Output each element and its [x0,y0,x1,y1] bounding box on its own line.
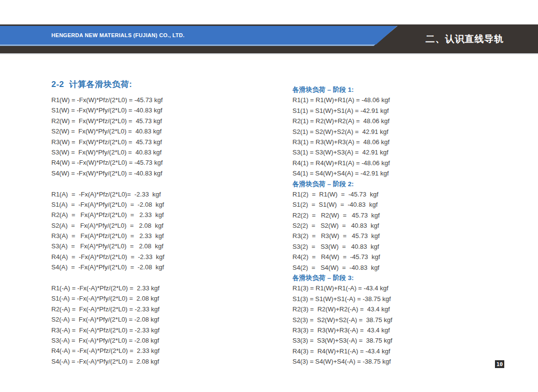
formula-line: S2(W) = Fx(W)*Pfy/(2*L0) = 40.83 kgf [51,126,164,136]
formula-line: R4(W) = -Fx(W)*Pfz/(2*L0) = -45.73 kgf [51,157,164,168]
stage-1-heading: 各滑块负荷 – 阶段 1: [292,85,392,95]
company-name: HENGERDA NEW MATERIALS (FUJIAN) CO., LTD… [51,32,184,38]
page-number-badge: 10 [495,360,504,368]
formula-line: R2(3) = R2(W)+R2(-A) = 43.4 kgf [292,304,392,314]
formula-line: S2(-A) = Fx(-A)*Pfy/(2*L0) = -2.08 kgf [51,314,164,325]
formula-line: S1(W) = -Fx(W)*Pfy/(2*L0) = -40.83 kgf [51,105,164,115]
formula-line: R4(-A) = -Fx(-A)*Pfz/(2*L0) = 2.33 kgf [51,346,164,356]
formula-block-w: R1(W) = -Fx(W)*Pfz/(2*L0) = -45.73 kgfS1… [51,95,164,178]
formula-line: S2(A) = Fx(A)*Pfy/(2*L0) = 2.08 kgf [51,220,164,231]
formula-line: S4(A) = -Fx(A)*Pfy/(2*L0) = -2.08 kgf [51,262,164,272]
formula-line: S3(A) = Fx(A)*Pfy/(2*L0) = 2.08 kgf [51,241,164,251]
formula-line: R3(1) = R3(W)+R3(A) = 48.06 kgf [292,137,392,147]
stage-3-lines: R1(3) = R1(W)+R1(-A) = -43.4 kgfS1(3) = … [292,283,392,367]
formula-line: R4(A) = -Fx(A)*Pfz/(2*L0) = -2.33 kgf [51,252,164,262]
formula-line: S2(2) = S2(W) = 40.83 kgf [292,220,392,231]
formula-line: S3(1) = S3(W)+S3(A) = 42.91 kgf [292,147,392,157]
page-title: 2-2 计算各滑块负荷: [51,79,132,90]
formula-line: R3(W) = Fx(W)*Pfz/(2*L0) = 45.73 kgf [51,137,164,147]
formula-line: S2(1) = S2(W)+S2(A) = 42.91 kgf [292,127,392,137]
formula-line: R4(2) = R4(W) = -45.73 kgf [292,252,392,262]
formula-line: R2(1) = R2(W)+R2(A) = 48.06 kgf [292,116,392,126]
stage-group-2: 各滑块负荷 – 阶段 2: R1(2) = R1(W) = -45.73 kgf… [292,179,392,273]
stage-2-lines: R1(2) = R1(W) = -45.73 kgfS1(2) = S1(W) … [292,189,392,273]
formula-line: R2(A) = Fx(A)*Pfz/(2*L0) = 2.33 kgf [51,210,164,220]
formula-block-a: R1(A) = -Fx(A)*Pfz/(2*L0)= -2.33 kgfS1(A… [51,189,164,273]
stage-3-heading: 各滑块负荷 – 阶段 3: [292,273,392,283]
formula-line: R1(W) = -Fx(W)*Pfz/(2*L0) = -45.73 kgf [51,95,164,105]
formula-line: R2(-A) = Fx(-A)*Pfz/(2*L0) = -2.33 kgf [51,304,164,314]
formula-line: R2(2) = R2(W) = 45.73 kgf [292,210,392,220]
formula-line: R1(-A) = -Fx(-A)*Pfz/(2*L0) = 2.33 kgf [51,283,164,293]
formula-line: R3(3) = R3(W)+R3(-A) = 43.4 kgf [292,325,392,335]
formula-block-neg-a: R1(-A) = -Fx(-A)*Pfz/(2*L0) = 2.33 kgfS1… [51,283,164,367]
formula-line: S4(2) = S4(W) = -40.83 kgf [292,262,392,273]
formula-line: S4(1) = S4(W)+S4(A) = -42.91 kgf [292,168,392,178]
stage-group-3: 各滑块负荷 – 阶段 3: R1(3) = R1(W)+R1(-A) = -43… [292,273,392,367]
header-banner: HENGERDA NEW MATERIALS (FUJIAN) CO., LTD… [0,26,401,44]
right-column: 各滑块负荷 – 阶段 1: R1(1) = R1(W)+R1(A) = -48.… [292,85,392,367]
formula-line: R1(1) = R1(W)+R1(A) = -48.06 kgf [292,95,392,105]
formula-line: R3(A) = Fx(A)*Pfz/(2*L0) = 2.33 kgf [51,231,164,241]
stage-1-lines: R1(1) = R1(W)+R1(A) = -48.06 kgfS1(1) = … [292,95,392,178]
formula-line: R4(3) = R4(W)+R1(-A) = -43.4 kgf [292,346,392,356]
formula-line: S4(3) = S4(W)+S4(-A) = -38.75 kgf [292,356,392,367]
formula-line: S1(-A) = -Fx(-A)*Pfy/(2*L0) = 2.08 kgf [51,293,164,304]
formula-line: S1(1) = S1(W)+S1(A) = -42.91 kgf [292,106,392,116]
formula-line: S2(3) = S2(W)+S2(-A) = 38.75 kgf [292,315,392,325]
formula-line: S4(-A) = -Fx(-A)*Pfy/(2*L0) = 2.08 kgf [51,356,164,367]
formula-line: S3(W) = Fx(W)*Pfy/(2*L0) = 40.83 kgf [51,147,164,157]
formula-line: R2(W) = Fx(W)*Pfz/(2*L0) = 45.73 kgf [51,116,164,126]
stage-group-1: 各滑块负荷 – 阶段 1: R1(1) = R1(W)+R1(A) = -48.… [292,85,392,179]
formula-line: S1(3) = S1(W)+S1(-A) = -38.75 kgf [292,294,392,304]
left-column: R1(W) = -Fx(W)*Pfz/(2*L0) = -45.73 kgfS1… [51,95,164,367]
section-title: 二、认识直线导轨 [413,24,516,53]
formula-line: S3(-A) = Fx(-A)*Pfy/(2*L0) = -2.08 kgf [51,335,164,346]
formula-line: R3(2) = R3(W) = 45.73 kgf [292,231,392,241]
formula-line: S1(A) = -Fx(A)*Pfy/(2*L0) = -2.08 kgf [51,199,164,210]
formula-line: R4(1) = R4(W)+R1(A) = -48.06 kgf [292,158,392,168]
formula-line: S3(2) = S3(W) = 40.83 kgf [292,241,392,252]
formula-line: S4(W) = -Fx(W)*Pfy/(2*L0) = -40.83 kgf [51,168,164,178]
formula-line: R1(2) = R1(W) = -45.73 kgf [292,189,392,199]
formula-line: R3(-A) = Fx(-A)*Pfz/(2*L0) = -2.33 kgf [51,325,164,335]
formula-line: S1(2) = S1(W) = -40.83 kgf [292,199,392,210]
formula-line: S3(3) = S3(W)+S3(-A) = 38.75 kgf [292,335,392,346]
stage-2-heading: 各滑块负荷 – 阶段 2: [292,179,392,189]
formula-line: R1(A) = -Fx(A)*Pfz/(2*L0)= -2.33 kgf [51,189,164,199]
formula-line: R1(3) = R1(W)+R1(-A) = -43.4 kgf [292,283,392,293]
